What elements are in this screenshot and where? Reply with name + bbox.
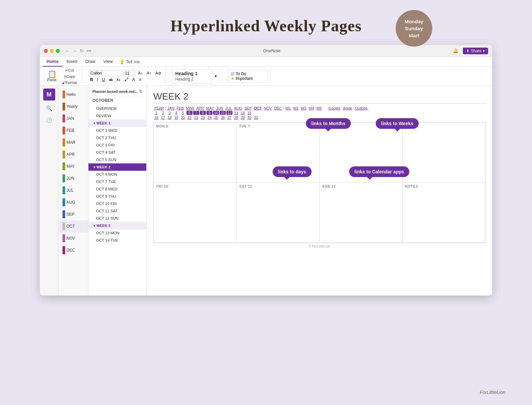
cal-month-aug[interactable]: AUG [233,106,243,110]
underline-button[interactable]: U [101,77,106,82]
cal-month-oct[interactable]: OCT [253,106,262,110]
highlight-button[interactable]: 🖍 [123,77,130,82]
cal-year-link[interactable]: YEAR [153,106,165,110]
page-item[interactable]: OCT 13 MON [88,229,146,237]
cal-month-sep[interactable]: SEP [244,106,252,110]
section-item-yearly[interactable]: Yearly [59,101,88,112]
page-item[interactable]: OCT 3 FRI [88,141,146,149]
grid-cell-notes[interactable]: NOTES [403,183,485,243]
section-item-dec[interactable]: DEC [59,244,88,256]
cal-date-15[interactable]: 15 [246,111,252,115]
cal-month-feb[interactable]: FEB [176,106,184,110]
heading1-style[interactable]: Heading 1 [175,71,209,77]
paste-button[interactable]: 📋 Paste [45,70,59,83]
cal-date-8[interactable]: 8 [200,111,206,115]
cal-month-apr[interactable]: APR [196,106,205,110]
search-button[interactable]: 🔍 [43,102,55,114]
cal-date-25[interactable]: 25 [213,115,219,119]
cal-date-2[interactable]: 2 [160,111,166,115]
notebook-icon[interactable]: M [43,89,55,101]
italic-button[interactable]: I [96,77,99,82]
grid-cell-sat-11[interactable]: SAT 11 [237,183,320,243]
section-item-aug[interactable]: AUG [59,196,88,208]
page-item[interactable]: OCT 12 SUN [88,215,146,222]
cal-date-3[interactable]: 3 [167,111,173,115]
forward-button[interactable]: → [71,48,78,54]
subscript-button[interactable]: x₂ [115,77,122,82]
format-button[interactable]: 🖌 Format [60,80,79,85]
section-item-feb[interactable]: FEB [59,124,88,136]
ext-cal-outlook[interactable]: Outlook [355,106,367,110]
page-item[interactable]: OCT 14 TUE [88,237,146,244]
font-size-decrease[interactable]: A↓ [137,71,144,76]
note-content[interactable]: WEEK 2 YEAR | JAN FEB MAR APR MAY JUN JU… [147,86,492,296]
recent-button[interactable]: 🕐 [44,116,55,124]
cal-date-26[interactable]: 26 [220,115,226,119]
important-item[interactable]: ★ Important [231,76,265,81]
cal-date-16[interactable]: 16 [153,115,159,119]
cal-date-22[interactable]: 22 [193,115,199,119]
tab-insert[interactable]: Insert [63,57,81,67]
week-header-week-1[interactable]: ▾WEEK 1 [88,119,146,127]
section-item-jun[interactable]: JUN [59,172,88,184]
strikethrough-button[interactable]: ab [108,78,114,82]
cal-week-w3[interactable]: W3 [300,106,307,110]
cal-month-jun[interactable]: JUN [215,106,224,110]
cal-date-19[interactable]: 19 [173,115,179,119]
cal-week-w5[interactable]: W5 [316,106,323,110]
page-item[interactable]: REVIEW [88,112,146,119]
page-item[interactable]: OCT 4 SAT [88,149,146,156]
cal-date-14[interactable]: 14 [240,111,246,115]
tab-draw[interactable]: Draw [81,57,99,67]
page-item[interactable]: OCT 1 WED [88,127,146,134]
sort-icon[interactable]: ⇅ [139,89,142,94]
notifications-button[interactable]: 🔔 [451,48,460,54]
more-button[interactable]: ••• [85,48,93,54]
clear-format-button[interactable]: A⊘ [154,71,163,76]
cal-date-12[interactable]: 12 [226,111,232,115]
refresh-button[interactable]: ↻ [78,48,85,54]
cal-date-21[interactable]: 21 [187,115,193,119]
section-item-hello[interactable]: Hello [59,89,88,101]
cal-date-27[interactable]: 27 [226,115,232,119]
bold-button[interactable]: B [89,77,94,82]
section-item-oct[interactable]: OCT [59,220,88,232]
cal-date-1[interactable]: 1 [153,111,159,115]
cal-date-6[interactable]: 6 [187,111,193,115]
ext-cal-google[interactable]: Google [329,106,340,110]
cal-date-13[interactable]: 13 [233,111,239,115]
cal-date-31[interactable]: 31 [253,115,259,119]
tab-home[interactable]: Home [43,57,63,67]
page-item[interactable]: OCT 7 TUE [88,178,146,185]
cal-date-9[interactable]: 9 [206,111,212,115]
page-item[interactable]: OCT 6 MON [88,171,146,178]
heading2-style[interactable]: Heading 2 [175,77,209,82]
page-item[interactable]: OCT 2 THU [88,134,146,141]
grid-cell-thu-9[interactable]: THU 9 [403,122,485,182]
align-button[interactable]: ≡ [138,77,143,82]
cal-date-20[interactable]: 20 [180,115,186,119]
font-size-increase[interactable]: A↑ [145,71,153,76]
cal-month-jan[interactable]: JAN [167,106,175,110]
cut-button[interactable]: ✂ Cut [60,68,79,73]
cal-week-w2[interactable]: W2 [292,106,299,110]
cal-date-17[interactable]: 17 [160,115,166,119]
tell-me[interactable]: 💡 Tell me [117,57,142,67]
grid-cell-mon-6[interactable]: MON 6 [154,122,237,182]
cal-date-5[interactable]: 5 [180,111,186,115]
page-item[interactable]: OCT 9 THU [88,193,146,200]
week-header-week-3[interactable]: ▾WEEK 3 [88,222,146,229]
cal-date-11[interactable]: 11 [220,111,226,115]
page-item[interactable]: OVERVIEW [88,105,146,112]
cal-date-23[interactable]: 23 [200,115,206,119]
section-item-may[interactable]: MAY [59,160,88,172]
cal-week-w1[interactable]: W1 [285,106,292,110]
styles-expand-button[interactable]: ▾ [213,74,218,79]
section-item-mar[interactable]: MAR [59,136,88,148]
section-item-nov[interactable]: NOV [59,232,88,244]
week-header-week-2[interactable]: ▾WEEK 2 [88,163,146,171]
cal-month-mar[interactable]: MAR [185,106,195,110]
minimize-button[interactable] [50,49,54,53]
page-item[interactable]: OCT 8 WED [88,185,146,193]
cal-date-7[interactable]: 7 [193,111,199,115]
